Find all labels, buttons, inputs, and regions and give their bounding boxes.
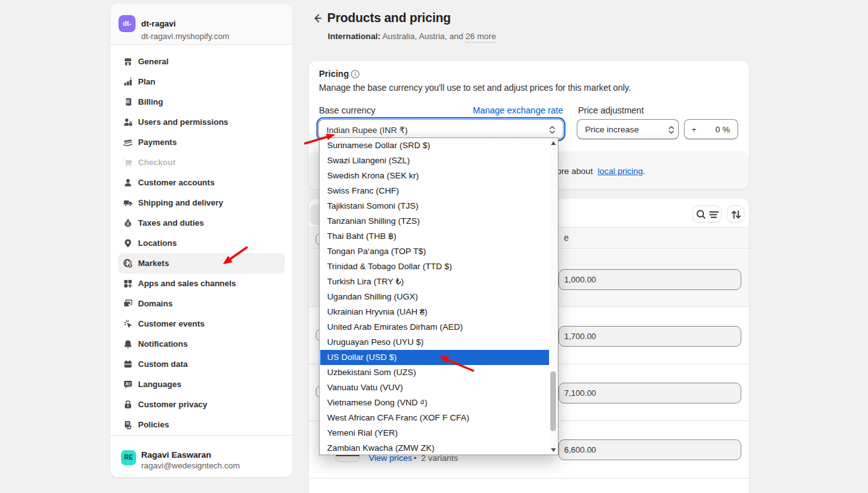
svg-text:文: 文: [128, 382, 132, 386]
